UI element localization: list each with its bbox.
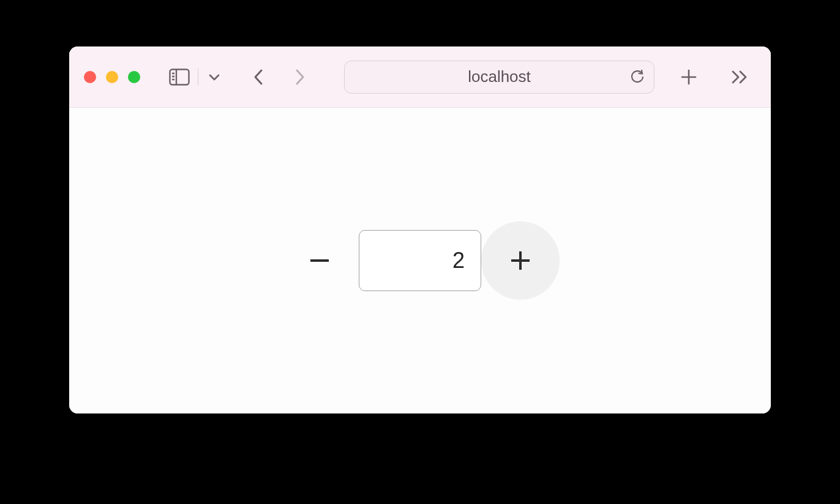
chevron-right-icon	[295, 69, 305, 86]
decrement-button[interactable]	[280, 221, 359, 300]
sidebar-icon	[169, 69, 190, 86]
browser-window: localhost	[69, 46, 771, 413]
address-text: localhost	[468, 67, 531, 86]
svg-rect-9	[519, 251, 522, 270]
reload-button[interactable]	[631, 70, 644, 84]
chevron-left-icon	[253, 69, 263, 86]
page-content	[69, 108, 771, 413]
window-controls	[84, 71, 140, 83]
back-button[interactable]	[246, 65, 271, 89]
plus-icon	[511, 251, 530, 270]
zoom-window-button[interactable]	[128, 71, 140, 83]
plus-icon	[681, 69, 697, 85]
increment-button[interactable]	[481, 221, 560, 300]
chevrons-right-icon	[731, 70, 749, 84]
new-tab-button[interactable]	[677, 65, 701, 89]
tab-overflow-button[interactable]	[728, 65, 752, 89]
quantity-stepper	[280, 221, 560, 300]
tab-groups-dropdown[interactable]	[202, 65, 227, 89]
quantity-input[interactable]	[359, 230, 481, 291]
sidebar-toggle-button[interactable]	[167, 65, 192, 89]
minus-icon	[310, 259, 329, 262]
svg-rect-7	[310, 259, 329, 262]
close-window-button[interactable]	[84, 71, 96, 83]
reload-icon	[631, 70, 644, 84]
chevron-down-icon	[209, 73, 220, 81]
forward-button[interactable]	[288, 65, 312, 89]
browser-toolbar: localhost	[69, 46, 771, 108]
minimize-window-button[interactable]	[106, 71, 118, 83]
toolbar-divider	[198, 69, 198, 86]
address-bar[interactable]: localhost	[344, 61, 654, 94]
